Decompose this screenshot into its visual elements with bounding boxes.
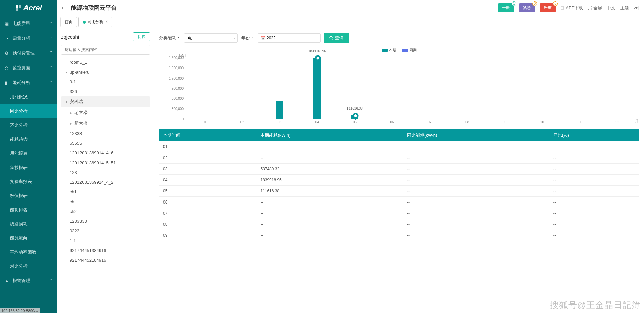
filters: 分类能耗： 电 ▾ 年份： 📅 查询 xyxy=(159,33,639,43)
table-cell: -- xyxy=(403,208,549,219)
tree-node[interactable]: 9-1 xyxy=(61,77,150,87)
alert-badge[interactable]: 严重0 xyxy=(540,3,556,12)
tree-node[interactable]: 12012081369914_4_6 xyxy=(61,148,150,158)
sidebar-subitem[interactable]: 用能报表 xyxy=(0,146,57,161)
header-link-fullscreen[interactable]: ⛶全屏 xyxy=(588,5,602,11)
tree-node[interactable]: ch xyxy=(61,197,150,207)
menu-icon: ▮ xyxy=(5,80,10,85)
legend-item[interactable]: 本期 xyxy=(382,48,396,53)
tree-node[interactable]: 921744452184916 xyxy=(61,255,150,265)
table-cell: 03 xyxy=(159,164,256,175)
tree-node[interactable]: room5_1 xyxy=(61,57,150,67)
y-tick: 1,800,000 xyxy=(169,56,186,60)
menu-toggle-icon[interactable] xyxy=(62,6,67,10)
menu-icon: ▦ xyxy=(5,21,10,26)
switch-button[interactable]: 切换 xyxy=(133,32,150,41)
table-cell: -- xyxy=(403,230,549,241)
legend-item[interactable]: 同期 xyxy=(402,48,417,53)
tabs-bar: 首页同比分析✕ xyxy=(57,16,644,28)
sidebar-item[interactable]: ◎监控页面˅ xyxy=(0,60,57,75)
header-link-app[interactable]: ⊞APP下载 xyxy=(560,5,583,11)
sidebar-subitem[interactable]: 用能概况 xyxy=(0,90,57,104)
tree-node[interactable]: 55555 xyxy=(61,138,150,148)
tree-node[interactable]: 326 xyxy=(61,87,150,96)
tree: room5_1▸up-ankerui9-1326▾安科瑞▸老大楼▸新大楼1233… xyxy=(61,57,150,309)
tree-node[interactable]: 921744451384916 xyxy=(61,245,150,255)
filter-year-input[interactable] xyxy=(258,33,321,43)
caret-icon: ▾ xyxy=(66,100,70,104)
chevron-icon: ˅ xyxy=(50,278,52,283)
x-tick: 03 xyxy=(278,119,281,124)
table-cell: -- xyxy=(403,141,549,152)
tree-node[interactable]: ▾安科瑞 xyxy=(61,96,150,107)
y-tick: 1,200,000 xyxy=(169,76,186,80)
tree-node[interactable]: 12333 xyxy=(61,129,150,138)
sidebar-item[interactable]: ▦电能质量˅ xyxy=(0,16,57,31)
sidebar-item[interactable]: ▲报警管理˅ xyxy=(0,273,57,288)
table-cell: -- xyxy=(549,186,639,197)
chart-bar[interactable] xyxy=(276,101,283,119)
tree-search-input[interactable] xyxy=(61,45,150,55)
bar-marker-icon xyxy=(314,54,322,62)
sidebar-item[interactable]: ▮能耗分析˄ xyxy=(0,75,57,90)
table-cell: 111616.38 xyxy=(256,186,403,197)
table-cell: -- xyxy=(549,175,639,186)
table-header: 同比(%) xyxy=(549,129,639,141)
sidebar-subitem[interactable]: 对比分析 xyxy=(0,259,57,273)
tree-node[interactable]: 12012081369914_5_51 xyxy=(61,158,150,168)
y-tick: 300,000 xyxy=(172,107,186,110)
filter-type-select[interactable]: 电 xyxy=(184,33,238,43)
table-cell: 09 xyxy=(159,230,256,241)
qrcode-icon: ⊞ xyxy=(560,5,564,10)
sidebar-subitem[interactable]: 极值报表 xyxy=(0,189,57,203)
tab[interactable]: 首页 xyxy=(60,17,77,27)
table-cell: 537489.32 xyxy=(256,164,403,175)
table-cell: -- xyxy=(549,230,639,241)
sidebar-subitem[interactable]: 环比分析 xyxy=(0,118,57,132)
tree-node[interactable]: 12012081369914_4_2 xyxy=(61,177,150,187)
tree-node[interactable]: ▸up-ankerui xyxy=(61,67,150,77)
alert-badge[interactable]: 紧急0 xyxy=(519,3,535,12)
sidebar-subitem[interactable]: 平均功率因数 xyxy=(0,245,57,259)
sidebar-subitem[interactable]: 能耗趋势 xyxy=(0,132,57,146)
tree-node[interactable]: ▸新大楼 xyxy=(61,118,150,129)
table-cell: 08 xyxy=(159,219,256,230)
sidebar-subitem[interactable]: 线路损耗 xyxy=(0,217,57,231)
legend-swatch xyxy=(402,49,408,52)
tree-node[interactable]: 1-1 xyxy=(61,236,150,245)
x-tick: 04 xyxy=(315,119,319,124)
sidebar-item[interactable]: ⚙预付费管理˅ xyxy=(0,46,57,60)
table-row: 09------ xyxy=(159,230,639,241)
table-cell: -- xyxy=(403,219,549,230)
tree-node[interactable]: 123 xyxy=(61,168,150,177)
tree-node[interactable]: ch1 xyxy=(61,187,150,197)
table-row: 08------ xyxy=(159,219,639,230)
chart-bar[interactable]: 1839918.96 xyxy=(313,58,321,119)
header-link-theme[interactable]: 主题 xyxy=(620,5,629,11)
tree-node[interactable]: ch2 xyxy=(61,207,150,216)
sidebar-subitem[interactable]: 能耗排名 xyxy=(0,203,57,217)
tree-node[interactable]: ▸老大楼 xyxy=(61,107,150,118)
table-cell: -- xyxy=(549,141,639,152)
sidebar-subitem[interactable]: 复费率报表 xyxy=(0,175,57,189)
table-cell: -- xyxy=(403,164,549,175)
query-button[interactable]: 查询 xyxy=(324,33,349,43)
menu-icon: ⚙ xyxy=(5,51,10,56)
x-tick: 01 xyxy=(203,119,206,124)
sidebar-item[interactable]: 〰需量分析˅ xyxy=(0,31,57,46)
tree-node[interactable]: 0323 xyxy=(61,226,150,236)
table-cell: -- xyxy=(403,175,549,186)
sidebar-subitem[interactable]: 集抄报表 xyxy=(0,161,57,175)
table-cell: -- xyxy=(256,141,403,152)
header-link-user[interactable]: zqj xyxy=(634,5,639,10)
alert-badge[interactable]: 一般1 xyxy=(498,3,514,12)
tab[interactable]: 同比分析✕ xyxy=(78,17,112,27)
header-link-lang[interactable]: 中文 xyxy=(607,5,615,11)
close-icon[interactable]: ✕ xyxy=(105,20,108,24)
logo-text: Acrel xyxy=(23,4,42,12)
chart-bar[interactable]: 111616.38 xyxy=(351,115,358,119)
tree-node[interactable]: 1233333 xyxy=(61,216,150,226)
filter-type-label: 分类能耗： xyxy=(159,35,181,41)
sidebar-subitem[interactable]: 同比分析 xyxy=(0,104,57,118)
sidebar-subitem[interactable]: 能源流向 xyxy=(0,231,57,245)
